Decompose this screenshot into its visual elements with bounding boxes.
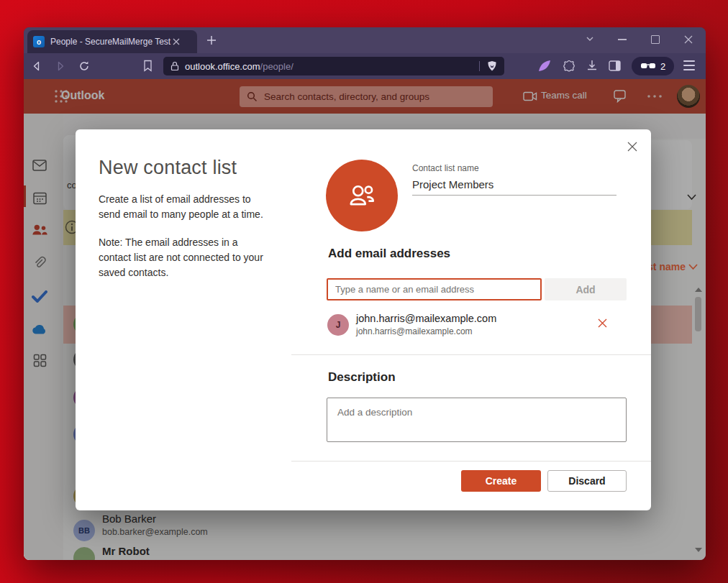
dialog-note-text: Note: The email addresses in a contact l… bbox=[99, 235, 268, 280]
group-icon bbox=[345, 179, 378, 212]
forward-button[interactable] bbox=[55, 60, 66, 72]
tab-title: People - SecureMailMerge Test - ( bbox=[50, 37, 171, 47]
sidebar-panel-icon[interactable] bbox=[609, 60, 621, 71]
dialog-intro-text: Create a list of email addresses to send… bbox=[99, 192, 268, 222]
member-avatar: J bbox=[327, 314, 349, 336]
url-bar[interactable]: outlook.office.com/people/ bbox=[163, 57, 504, 75]
dialog-form-pane: Contact list name Add email addresses Ad… bbox=[291, 129, 651, 510]
discard-button[interactable]: Discard bbox=[547, 470, 627, 492]
outlook-page: Outlook Search contacts, directory, and … bbox=[24, 79, 706, 560]
tab-close-icon[interactable] bbox=[173, 38, 180, 45]
outlook-favicon-icon: o bbox=[33, 36, 45, 47]
url-path: /people/ bbox=[260, 61, 294, 72]
bookmark-icon[interactable] bbox=[142, 60, 153, 72]
brave-shield-icon[interactable] bbox=[487, 60, 497, 72]
extensions-icon[interactable] bbox=[563, 60, 575, 73]
profile-button[interactable]: 2 bbox=[632, 57, 674, 75]
browser-tab[interactable]: o People - SecureMailMerge Test - ( bbox=[27, 30, 197, 53]
create-button[interactable]: Create bbox=[461, 470, 541, 492]
member-secondary-text: john.harris@mailexample.com bbox=[356, 326, 473, 336]
desktop-background: o People - SecureMailMerge Test - ( bbox=[0, 0, 728, 583]
section-divider bbox=[291, 354, 651, 355]
window-close-button[interactable] bbox=[684, 35, 693, 44]
add-emails-heading: Add email addresses bbox=[328, 247, 450, 261]
download-icon[interactable] bbox=[586, 60, 598, 72]
description-input[interactable] bbox=[327, 398, 627, 442]
sunglasses-icon bbox=[640, 63, 656, 70]
url-host: outlook.office.com bbox=[185, 61, 260, 72]
profile-badge-count: 2 bbox=[660, 61, 665, 72]
add-button[interactable]: Add bbox=[545, 278, 627, 300]
footer-divider bbox=[291, 461, 651, 462]
remove-member-icon[interactable] bbox=[598, 318, 607, 328]
new-contact-list-dialog: New contact list Create a list of email … bbox=[76, 129, 651, 510]
new-tab-button[interactable] bbox=[206, 35, 217, 45]
back-button[interactable] bbox=[31, 60, 42, 72]
browser-toolbar: outlook.office.com/people/ bbox=[24, 53, 706, 79]
contact-list-name-label: Contact list name bbox=[412, 163, 479, 173]
close-icon bbox=[627, 142, 637, 152]
dialog-close-button[interactable] bbox=[625, 139, 640, 154]
contact-list-name-input[interactable] bbox=[412, 175, 616, 196]
tab-search-chevron-icon[interactable] bbox=[585, 34, 595, 44]
favicon-letter: o bbox=[37, 38, 41, 46]
add-email-input[interactable] bbox=[327, 278, 542, 300]
lock-icon bbox=[170, 61, 179, 71]
browser-menu-button[interactable] bbox=[683, 59, 695, 72]
reload-button[interactable] bbox=[78, 60, 90, 72]
window-minimize-button[interactable] bbox=[618, 39, 627, 40]
contact-list-avatar bbox=[326, 160, 398, 231]
url-separator bbox=[479, 61, 480, 71]
member-primary-text: john.harris@mailexample.com bbox=[356, 313, 496, 324]
speedreader-feather-icon[interactable] bbox=[537, 60, 552, 73]
window-maximize-button[interactable] bbox=[651, 35, 660, 44]
dialog-info-pane: New contact list Create a list of email … bbox=[76, 129, 291, 510]
description-heading: Description bbox=[328, 370, 396, 385]
browser-titlebar: o People - SecureMailMerge Test - ( bbox=[24, 27, 706, 53]
browser-window: o People - SecureMailMerge Test - ( bbox=[24, 27, 706, 560]
dialog-title: New contact list bbox=[99, 157, 271, 179]
